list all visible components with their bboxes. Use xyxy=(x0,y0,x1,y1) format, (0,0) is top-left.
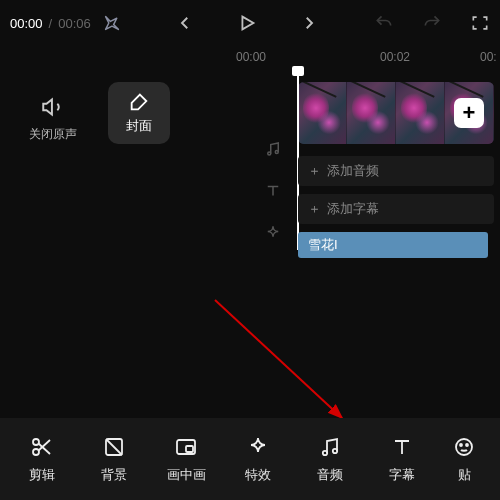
add-audio-track[interactable]: ＋ 添加音频 xyxy=(298,156,494,186)
keyframe-icon[interactable] xyxy=(103,14,121,32)
video-track[interactable]: + xyxy=(298,82,494,144)
effects-star-icon xyxy=(264,224,282,242)
ruler-tick: 00: xyxy=(480,50,497,64)
tool-label: 画中画 xyxy=(167,466,206,484)
tool-label: 剪辑 xyxy=(29,466,55,484)
effect-clip-label: 雪花I xyxy=(308,236,338,254)
cover-label: 封面 xyxy=(126,117,152,135)
background-icon xyxy=(102,434,126,460)
total-duration: 00:06 xyxy=(58,16,91,31)
svg-point-1 xyxy=(268,152,271,155)
music-note-icon xyxy=(264,140,282,158)
text-icon xyxy=(264,182,282,200)
video-thumbnail xyxy=(396,82,445,144)
add-audio-label: 添加音频 xyxy=(327,162,379,180)
tool-background[interactable]: 背景 xyxy=(78,434,150,484)
redo-button[interactable] xyxy=(422,13,442,33)
ruler-tick: 00:02 xyxy=(380,50,410,64)
sticker-icon xyxy=(452,434,476,460)
svg-line-3 xyxy=(215,300,342,418)
svg-point-2 xyxy=(275,151,278,154)
svg-line-9 xyxy=(106,439,122,455)
svg-point-12 xyxy=(323,451,327,455)
plus-icon: ＋ xyxy=(308,162,321,180)
tool-subtitle[interactable]: 字幕 xyxy=(366,434,438,484)
tool-pip[interactable]: 画中画 xyxy=(150,434,222,484)
current-time: 00:00 xyxy=(10,16,43,31)
undo-button[interactable] xyxy=(374,13,394,33)
video-thumbnail xyxy=(298,82,347,144)
scissors-icon xyxy=(30,434,54,460)
text-icon xyxy=(390,434,414,460)
tool-label: 音频 xyxy=(317,466,343,484)
pip-icon xyxy=(174,434,198,460)
track-type-icons xyxy=(248,78,298,250)
tool-label: 贴 xyxy=(458,466,471,484)
effect-clip[interactable]: 雪花I xyxy=(298,232,488,258)
svg-rect-11 xyxy=(186,446,193,452)
prev-frame-button[interactable] xyxy=(176,12,194,34)
sparkle-icon xyxy=(246,434,270,460)
add-clip-button[interactable]: + xyxy=(454,98,484,128)
add-subtitle-label: 添加字幕 xyxy=(327,200,379,218)
time-separator: / xyxy=(49,16,53,31)
svg-point-15 xyxy=(460,444,462,446)
left-panel: 关闭原声 封面 xyxy=(0,78,248,250)
playback-controls xyxy=(127,12,368,34)
add-subtitle-track[interactable]: ＋ 添加字幕 xyxy=(298,194,494,224)
svg-point-14 xyxy=(456,439,472,455)
tool-audio[interactable]: 音频 xyxy=(294,434,366,484)
plus-icon: ＋ xyxy=(308,200,321,218)
mute-label: 关闭原声 xyxy=(29,126,77,143)
svg-marker-0 xyxy=(243,17,254,30)
tool-label: 背景 xyxy=(101,466,127,484)
top-right-controls xyxy=(374,13,490,33)
tool-cut[interactable]: 剪辑 xyxy=(6,434,78,484)
timeline-tracks[interactable]: + ＋ 添加音频 ＋ 添加字幕 雪花I xyxy=(298,78,500,250)
svg-point-16 xyxy=(466,444,468,446)
music-note-icon xyxy=(318,434,342,460)
video-thumbnail xyxy=(347,82,396,144)
editor-main: 关闭原声 封面 + ＋ 添加音频 ＋ xyxy=(0,78,500,250)
tool-sticker[interactable]: 贴 xyxy=(438,434,490,484)
plus-icon: + xyxy=(463,100,476,126)
svg-point-13 xyxy=(333,449,337,453)
tool-label: 字幕 xyxy=(389,466,415,484)
ruler-tick: 00:00 xyxy=(236,50,266,64)
tool-label: 特效 xyxy=(245,466,271,484)
cover-button[interactable]: 封面 xyxy=(108,82,170,144)
mute-original-button[interactable]: 关闭原声 xyxy=(18,94,88,143)
tool-effects[interactable]: 特效 xyxy=(222,434,294,484)
next-frame-button[interactable] xyxy=(300,12,318,34)
timeline-ruler[interactable]: 00:00 00:02 00: xyxy=(0,50,500,78)
top-bar: 00:00 / 00:06 xyxy=(0,0,500,46)
play-button[interactable] xyxy=(236,12,258,34)
bottom-toolbar: 剪辑 背景 画中画 特效 音频 字幕 贴 xyxy=(0,418,500,500)
fullscreen-button[interactable] xyxy=(470,13,490,33)
